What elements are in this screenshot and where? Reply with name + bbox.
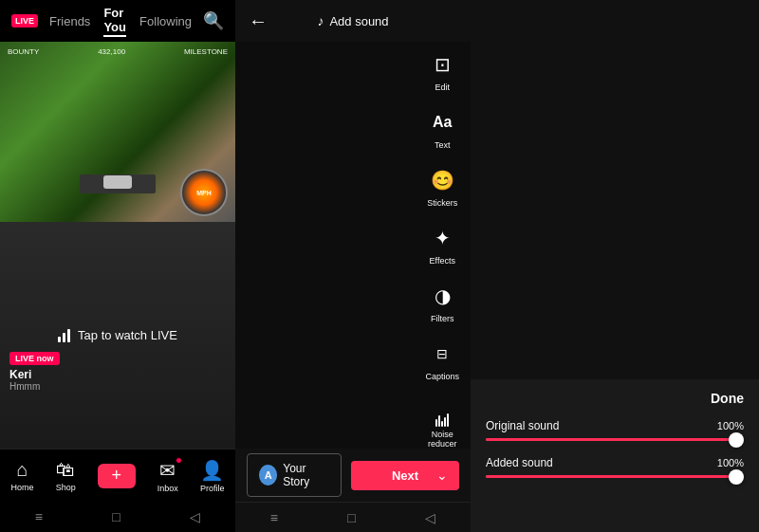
added-sound-section: Added sound 100% [486, 456, 744, 478]
editor-header: ← ♪ Add sound [235, 0, 471, 42]
your-story-button[interactable]: A Your Story [247, 453, 342, 497]
added-sound-label-row: Added sound 100% [486, 456, 744, 469]
system-nav-middle: ≡ □ ◁ [235, 502, 471, 532]
original-sound-fill [486, 438, 731, 441]
right-panel: Done Original sound 100% Added sound 100… [471, 0, 759, 532]
tool-noise-reducer[interactable]: Noisereducer [427, 396, 457, 449]
captions-label: Captions [425, 372, 459, 381]
live-stream-preview[interactable]: Tap to watch LIVE LIVE now Keri Hmmm [0, 222, 235, 449]
effects-icon: ✦ [427, 223, 457, 253]
shop-icon: 🛍 [56, 459, 75, 481]
inbox-icon: ✉ [159, 459, 176, 482]
chevron-down-icon[interactable]: ⌄ [436, 468, 448, 483]
bars-icon [58, 329, 70, 342]
back-icon-mid[interactable]: ◁ [425, 510, 435, 525]
your-story-label: Your Story [283, 462, 329, 488]
top-nav: LIVE Friends For You Following 🔍 [0, 0, 235, 42]
milestone-label: MILESTONE [184, 47, 228, 56]
inbox-label: Inbox [157, 484, 178, 493]
square-icon-mid[interactable]: □ [347, 510, 355, 525]
live-info: LIVE now Keri Hmmm [9, 348, 60, 392]
editor-tools: ⊡ Edit Aa Text 😊 Stickers ✦ Effects ◑ Fi… [425, 49, 459, 483]
game-screenshot: BOUNTY 432,100 MILESTONE MPH [0, 42, 235, 222]
live-now-badge: LIVE now [9, 352, 60, 365]
added-sound-pct: 100% [717, 457, 744, 468]
nav-shop[interactable]: 🛍 Shop [56, 459, 76, 492]
done-row: Done [486, 391, 744, 406]
stickers-icon: 😊 [427, 165, 457, 195]
car [103, 175, 132, 189]
added-sound-track[interactable] [486, 475, 744, 478]
original-sound-label-row: Original sound 100% [486, 419, 744, 432]
menu-icon-mid[interactable]: ≡ [270, 510, 278, 525]
original-sound-thumb[interactable] [729, 432, 744, 448]
speedometer: MPH [180, 169, 228, 216]
edit-icon: ⊡ [427, 49, 457, 80]
captions-icon: ⊟ [427, 339, 457, 369]
nav-inbox[interactable]: ✉ Inbox [157, 459, 178, 493]
avatar: A [259, 465, 277, 486]
home-label: Home [11, 483, 34, 492]
back-button[interactable]: ← [249, 10, 268, 32]
sound-controls: Done Original sound 100% Added sound 100… [471, 379, 759, 532]
added-sound-thumb[interactable] [729, 469, 744, 485]
text-icon: Aa [427, 107, 457, 138]
tool-captions[interactable]: ⊟ Captions [425, 339, 459, 381]
left-panel: LIVE Friends For You Following 🔍 BOUNTY … [0, 0, 235, 532]
noise-reducer-label: Noisereducer [428, 430, 457, 449]
right-top-area [471, 0, 759, 379]
stickers-label: Stickers [427, 198, 457, 208]
original-sound-pct: 100% [717, 420, 744, 431]
square-icon[interactable]: □ [112, 509, 120, 524]
filters-icon: ◑ [427, 281, 457, 311]
tool-edit[interactable]: ⊡ Edit [427, 49, 457, 92]
nav-add[interactable]: + [98, 464, 136, 488]
game-hud: BOUNTY 432,100 MILESTONE [0, 42, 235, 62]
tool-filters[interactable]: ◑ Filters [427, 281, 457, 323]
tap-to-watch: Tap to watch LIVE [58, 328, 177, 342]
back-system-icon[interactable]: ◁ [190, 509, 200, 524]
tool-text[interactable]: Aa Text [427, 107, 457, 150]
tap-live-label: Tap to watch LIVE [78, 328, 177, 342]
menu-icon[interactable]: ≡ [35, 509, 43, 524]
original-sound-track[interactable] [486, 438, 744, 441]
original-sound-section: Original sound 100% [486, 419, 744, 441]
profile-label: Profile [200, 484, 225, 493]
add-button[interactable]: + [98, 464, 136, 488]
done-button[interactable]: Done [711, 391, 744, 406]
add-sound-label: Add sound [329, 14, 388, 28]
nav-profile[interactable]: 👤 Profile [200, 459, 225, 493]
bar2 [63, 333, 65, 342]
live-username: Keri [9, 368, 60, 381]
edit-label: Edit [435, 83, 450, 92]
video-area: BOUNTY 432,100 MILESTONE MPH Tap to watc… [0, 42, 235, 449]
bottom-nav: ⌂ Home 🛍 Shop + ✉ Inbox 👤 Profile [0, 449, 235, 502]
shop-label: Shop [56, 483, 76, 492]
live-subtitle: Hmmm [9, 381, 60, 392]
original-sound-label: Original sound [486, 419, 559, 432]
text-label: Text [435, 140, 451, 150]
middle-panel: ← ♪ Add sound ⊡ Edit Aa Text 😊 Stickers … [235, 0, 471, 532]
nav-following[interactable]: Following [139, 14, 192, 28]
score-label: 432,100 [98, 47, 125, 56]
game-overlay: BOUNTY 432,100 MILESTONE MPH [0, 42, 235, 222]
home-icon: ⌂ [16, 459, 28, 481]
tool-effects[interactable]: ✦ Effects [427, 223, 457, 266]
added-sound-label: Added sound [486, 456, 553, 469]
tool-stickers[interactable]: 😊 Stickers [427, 165, 457, 208]
nav-links: Friends For You Following [49, 6, 192, 37]
profile-icon: 👤 [200, 459, 224, 482]
video-preview-area: ⊡ Edit Aa Text 😊 Stickers ✦ Effects ◑ Fi… [235, 42, 471, 449]
nav-friends[interactable]: Friends [49, 14, 90, 28]
effects-label: Effects [430, 256, 455, 266]
nav-for-you[interactable]: For You [103, 6, 126, 37]
add-sound-button[interactable]: ♪ Add sound [317, 13, 388, 28]
bar1 [58, 337, 61, 342]
filters-label: Filters [431, 314, 454, 323]
live-badge: LIVE [11, 14, 38, 28]
nav-home[interactable]: ⌂ Home [11, 459, 34, 492]
noise-reducer-icon [427, 396, 457, 427]
system-nav-left: ≡ □ ◁ [0, 502, 235, 532]
bar3 [67, 329, 70, 342]
search-icon[interactable]: 🔍 [203, 10, 224, 31]
